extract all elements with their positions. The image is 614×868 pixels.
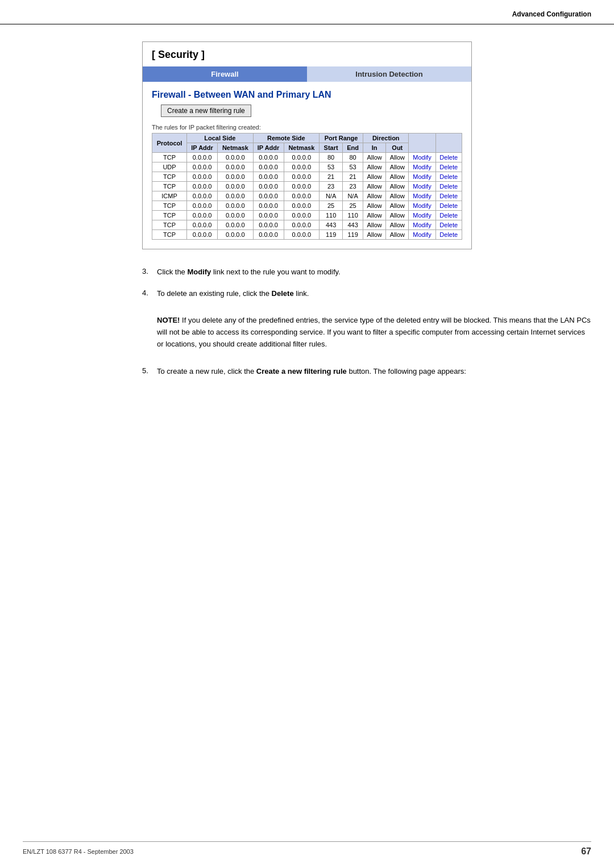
end-cell: 23: [343, 182, 363, 191]
table-row: TCP0.0.0.00.0.0.00.0.0.00.0.0.0119119All…: [152, 230, 462, 240]
remote-nm-cell: 0.0.0.0: [284, 162, 319, 172]
modify-link[interactable]: Modify: [413, 173, 431, 180]
end-header: End: [343, 143, 363, 153]
remote-ip-cell: 0.0.0.0: [253, 211, 284, 220]
delete-link-cell[interactable]: Delete: [435, 162, 462, 172]
delete-link[interactable]: Delete: [439, 193, 458, 199]
in-header: In: [363, 143, 386, 153]
steps-list: 3. Click the Modify link next to the rul…: [142, 266, 591, 377]
tab-bar: Firewall Intrusion Detection: [143, 66, 471, 82]
delete-link[interactable]: Delete: [439, 173, 458, 180]
out-cell: Allow: [386, 182, 409, 191]
out-cell: Allow: [386, 191, 409, 201]
delete-link-cell[interactable]: Delete: [435, 220, 462, 230]
table-row: TCP0.0.0.00.0.0.00.0.0.00.0.0.02323Allow…: [152, 182, 462, 191]
start-cell: 53: [320, 162, 343, 172]
local-ip-cell: 0.0.0.0: [187, 162, 218, 172]
direction-header: Direction: [363, 133, 409, 143]
step-3-text: Click the Modify link next to the rule y…: [157, 266, 341, 278]
local-nm-cell: 0.0.0.0: [218, 220, 253, 230]
delete-link-cell[interactable]: Delete: [435, 191, 462, 201]
delete-link-cell[interactable]: Delete: [435, 182, 462, 191]
delete-link[interactable]: Delete: [439, 183, 458, 190]
local-nm-cell: 0.0.0.0: [218, 230, 253, 240]
step-5-text: To create a new rule, click the Create a…: [157, 366, 466, 377]
modify-link[interactable]: Modify: [413, 193, 431, 199]
step-3: 3. Click the Modify link next to the rul…: [142, 266, 591, 278]
remote-ip-cell: 0.0.0.0: [253, 230, 284, 240]
local-side-header: Local Side: [187, 133, 254, 143]
tab-intrusion-detection[interactable]: Intrusion Detection: [307, 66, 471, 82]
delete-link-cell[interactable]: Delete: [435, 230, 462, 240]
delete-link-cell[interactable]: Delete: [435, 172, 462, 182]
modify-link[interactable]: Modify: [413, 154, 431, 161]
out-cell: Allow: [386, 211, 409, 220]
table-row: UDP0.0.0.00.0.0.00.0.0.00.0.0.05353Allow…: [152, 162, 462, 172]
protocol-cell: ICMP: [152, 191, 187, 201]
modify-link-cell[interactable]: Modify: [409, 182, 435, 191]
create-new-filtering-rule-button[interactable]: Create a new filtering rule: [161, 105, 251, 117]
remote-ip-cell: 0.0.0.0: [253, 182, 284, 191]
modify-link[interactable]: Modify: [413, 212, 431, 219]
remote-ip-cell: 0.0.0.0: [253, 201, 284, 211]
table-row: ICMP0.0.0.00.0.0.00.0.0.00.0.0.0N/AN/AAl…: [152, 191, 462, 201]
local-ip-cell: 0.0.0.0: [187, 201, 218, 211]
modify-link[interactable]: Modify: [413, 164, 431, 170]
remote-nm-cell: 0.0.0.0: [284, 201, 319, 211]
step-4: 4. To delete an existing rule, click the…: [142, 288, 591, 299]
note-block-item: NOTE! If you delete any of the predefine…: [142, 309, 591, 356]
protocol-cell: TCP: [152, 172, 187, 182]
start-cell: 25: [320, 201, 343, 211]
modify-link-cell[interactable]: Modify: [409, 172, 435, 182]
local-netmask-header: Netmask: [218, 143, 253, 153]
local-nm-cell: 0.0.0.0: [218, 172, 253, 182]
modify-link[interactable]: Modify: [413, 183, 431, 190]
in-cell: Allow: [363, 153, 386, 162]
modify-link[interactable]: Modify: [413, 222, 431, 228]
delete-link[interactable]: Delete: [439, 154, 458, 161]
modify-link-cell[interactable]: Modify: [409, 153, 435, 162]
note-block: NOTE! If you delete any of the predefine…: [157, 315, 591, 350]
protocol-cell: TCP: [152, 220, 187, 230]
out-cell: Allow: [386, 172, 409, 182]
end-cell: 110: [343, 211, 363, 220]
in-cell: Allow: [363, 201, 386, 211]
step-5: 5. To create a new rule, click the Creat…: [142, 366, 591, 377]
delete-link[interactable]: Delete: [439, 222, 458, 228]
delete-link[interactable]: Delete: [439, 212, 458, 219]
header-title: Advanced Configuration: [512, 10, 591, 18]
local-nm-cell: 0.0.0.0: [218, 153, 253, 162]
modify-link-cell[interactable]: Modify: [409, 162, 435, 172]
delete-link-cell[interactable]: Delete: [435, 211, 462, 220]
modify-link-cell[interactable]: Modify: [409, 220, 435, 230]
modify-link[interactable]: Modify: [413, 231, 431, 238]
tab-firewall[interactable]: Firewall: [143, 66, 307, 82]
firewall-heading: Firewall - Between WAN and Primary LAN: [143, 82, 471, 105]
end-cell: 80: [343, 153, 363, 162]
out-cell: Allow: [386, 153, 409, 162]
delete-link-cell[interactable]: Delete: [435, 153, 462, 162]
local-nm-cell: 0.0.0.0: [218, 201, 253, 211]
modify-link-cell[interactable]: Modify: [409, 211, 435, 220]
delete-link[interactable]: Delete: [439, 202, 458, 209]
remote-ip-cell: 0.0.0.0: [253, 220, 284, 230]
protocol-col-header: Protocol: [152, 133, 187, 153]
end-cell: 25: [343, 201, 363, 211]
local-nm-cell: 0.0.0.0: [218, 211, 253, 220]
delete-link[interactable]: Delete: [439, 164, 458, 170]
delete-link-cell[interactable]: Delete: [435, 201, 462, 211]
page-header: Advanced Configuration: [0, 0, 614, 24]
start-cell: 443: [320, 220, 343, 230]
protocol-cell: TCP: [152, 230, 187, 240]
start-cell: 110: [320, 211, 343, 220]
modify-link-cell[interactable]: Modify: [409, 191, 435, 201]
in-cell: Allow: [363, 191, 386, 201]
delete-link[interactable]: Delete: [439, 231, 458, 238]
modify-link-cell[interactable]: Modify: [409, 201, 435, 211]
local-ip-header: IP Addr: [187, 143, 218, 153]
modify-link[interactable]: Modify: [413, 202, 431, 209]
protocol-cell: TCP: [152, 201, 187, 211]
modify-link-cell[interactable]: Modify: [409, 230, 435, 240]
start-cell: 80: [320, 153, 343, 162]
local-nm-cell: 0.0.0.0: [218, 182, 253, 191]
